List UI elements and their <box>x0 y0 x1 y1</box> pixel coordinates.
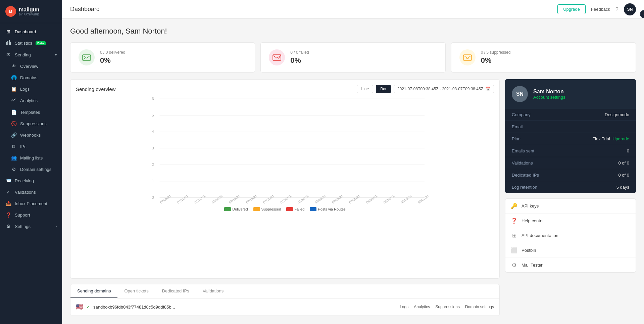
legend-routes-label: Posts via Routes <box>318 207 346 211</box>
sidebar-item-analytics[interactable]: Analytics <box>0 95 62 106</box>
domain-settings-link[interactable]: Domain settings <box>465 305 494 309</box>
profile-avatar: SN <box>512 86 528 102</box>
help-icon[interactable]: ? <box>615 6 618 12</box>
sidebar-item-ips[interactable]: 🖥 IPs <box>0 141 62 152</box>
user-avatar[interactable]: SN <box>624 3 636 15</box>
svg-text:07/18/21: 07/18/21 <box>245 194 258 204</box>
date-range-picker[interactable]: 2021-07-08T09:38:45Z - 2021-08-07T09:38:… <box>394 85 494 93</box>
svg-text:07/16/21: 07/16/21 <box>228 194 241 204</box>
tab-dedicated-ips[interactable]: Dedicated IPs <box>155 284 196 298</box>
line-toggle-button[interactable]: Line <box>357 85 373 93</box>
sidebar-item-webhooks-label: Webhooks <box>20 133 41 138</box>
sidebar-item-overview[interactable]: 👁 Overview <box>0 60 62 72</box>
sidebar-item-inbox-placement-label: Inbox Placement <box>15 201 47 206</box>
suppressed-stat-card: 0 / 5 suppressed 0% <box>451 42 636 73</box>
plan-upgrade-link[interactable]: Upgrade <box>612 136 629 141</box>
sidebar-item-validations[interactable]: ✓ Validations <box>0 186 62 198</box>
mailing-lists-icon: 👥 <box>11 155 17 160</box>
main-content: Dashboard Upgrade Feedback ? SN Good aft… <box>62 0 644 324</box>
upgrade-button[interactable]: Upgrade <box>557 4 586 14</box>
svg-text:2: 2 <box>152 162 154 167</box>
mail-tester-label: Mail Tester <box>522 263 543 268</box>
svg-text:08/07/21: 08/07/21 <box>417 194 430 204</box>
logo-subtext: BY PATHWIRE <box>19 13 39 16</box>
legend-delivered-label: Delivered <box>232 207 248 211</box>
feedback-button[interactable]: Feedback <box>591 7 610 12</box>
domain-analytics-link[interactable]: Analytics <box>414 305 430 309</box>
domain-suppressions-link[interactable]: Suppressions <box>435 305 460 309</box>
sidebar: M mailgun BY PATHWIRE ‹ ⊞ Dashboard Stat… <box>0 0 62 324</box>
table-row: 🇺🇸 ✓ sandboxb96fdb043f77481d8c5d9ddf85b.… <box>70 298 499 316</box>
api-keys-link[interactable]: 🔑 API keys <box>505 199 636 214</box>
validations-icon: ✓ <box>5 189 11 195</box>
sidebar-item-statistics[interactable]: Statistics Beta <box>0 37 62 49</box>
svg-text:07/22/21: 07/22/21 <box>280 194 292 204</box>
sidebar-item-ips-label: IPs <box>20 144 27 149</box>
bar-toggle-button[interactable]: Bar <box>376 85 391 93</box>
help-center-link[interactable]: ❓ Help center <box>505 214 636 228</box>
sidebar-item-overview-label: Overview <box>20 64 38 69</box>
sidebar-item-sending[interactable]: ✉ Sending ▾ <box>0 49 62 60</box>
delivered-stat-card: 0 / 0 delivered 0% <box>70 42 255 73</box>
svg-rect-9 <box>463 55 472 60</box>
header: Dashboard Upgrade Feedback ? SN <box>62 0 644 19</box>
domain-logs-link[interactable]: Logs <box>400 305 408 309</box>
header-actions: Upgrade Feedback ? SN <box>557 3 636 15</box>
sidebar-item-domains[interactable]: 🌐 Domains <box>0 72 62 83</box>
overview-icon: 👁 <box>11 63 17 69</box>
suppressions-icon: 🚫 <box>11 121 17 126</box>
tab-validations[interactable]: Validations <box>196 284 231 298</box>
profile-company-row: Company Designmodo <box>505 109 636 121</box>
profile-details: Company Designmodo Email Plan Flex Trial… <box>505 109 636 193</box>
svg-text:M: M <box>9 9 12 13</box>
sidebar-item-receiving[interactable]: 📨 Receiving <box>0 175 62 186</box>
api-documentation-link[interactable]: ⊞ API documentation <box>505 228 636 243</box>
svg-text:0: 0 <box>152 195 154 199</box>
emails-sent-value: 0 <box>627 148 629 153</box>
account-settings-link[interactable]: Account settings <box>533 95 565 100</box>
sidebar-item-domain-settings[interactable]: ⚙ Domain settings <box>0 164 62 175</box>
logs-icon: 📋 <box>11 86 17 92</box>
inbox-placement-icon: 📥 <box>5 201 11 206</box>
sidebar-item-templates[interactable]: 📄 Templates <box>0 106 62 118</box>
chart-header: Sending overview Line Bar 2021-07-08T09:… <box>76 85 494 93</box>
postbin-link[interactable]: ⬜ Postbin <box>505 243 636 258</box>
sidebar-item-inbox-placement[interactable]: 📥 Inbox Placement <box>0 198 62 209</box>
tab-sending-domains[interactable]: Sending domains <box>70 284 117 298</box>
plan-value: Flex Trial Upgrade <box>592 136 629 141</box>
help-center-label: Help center <box>522 218 544 223</box>
dashboard-icon: ⊞ <box>5 29 11 34</box>
plan-name: Flex Trial <box>592 136 610 141</box>
statistics-icon <box>5 40 11 46</box>
domain-flag-icon: 🇺🇸 <box>76 303 83 311</box>
sidebar-item-suppressions[interactable]: 🚫 Suppressions <box>0 118 62 129</box>
svg-text:07/12/21: 07/12/21 <box>194 194 206 204</box>
tab-open-tickets[interactable]: Open tickets <box>117 284 155 298</box>
legend-suppressed-color <box>253 207 260 211</box>
sidebar-item-webhooks[interactable]: 🔗 Webhooks <box>0 129 62 141</box>
mail-tester-link[interactable]: ⚙ Mail Tester <box>505 258 636 272</box>
profile-card: SN Sam Norton Account settings Company D… <box>505 79 636 193</box>
sidebar-item-logs[interactable]: 📋 Logs <box>0 83 62 95</box>
legend-delivered: Delivered <box>224 207 248 211</box>
svg-text:6: 6 <box>152 97 154 101</box>
sidebar-item-settings[interactable]: ⚙ Settings › <box>0 221 62 232</box>
profile-name: Sam Norton <box>533 89 565 95</box>
sidebar-item-templates-label: Templates <box>20 110 40 115</box>
domains-icon: 🌐 <box>11 75 17 80</box>
sending-chevron-icon: ▾ <box>55 53 57 57</box>
sidebar-item-dashboard[interactable]: ⊞ Dashboard <box>0 26 62 37</box>
log-retention-label: Log retention <box>512 185 537 190</box>
sidebar-item-validations-label: Validations <box>15 190 36 195</box>
profile-header: SN Sam Norton Account settings <box>505 79 636 109</box>
profile-email-row: Email <box>505 121 636 133</box>
sidebar-item-support[interactable]: ❓ Support <box>0 209 62 221</box>
support-icon: ❓ <box>5 212 11 218</box>
svg-text:07/20/21: 07/20/21 <box>262 194 275 204</box>
svg-text:07/30/21: 07/30/21 <box>348 194 361 204</box>
statistics-beta-badge: Beta <box>36 41 46 45</box>
tab-content: 🇺🇸 ✓ sandboxb96fdb043f77481d8c5d9ddf85b.… <box>70 298 499 316</box>
emails-sent-label: Emails sent <box>512 148 534 153</box>
sidebar-item-mailing-lists[interactable]: 👥 Mailing lists <box>0 152 62 164</box>
greeting-text: Good afternoon, Sam Norton! <box>70 27 636 36</box>
